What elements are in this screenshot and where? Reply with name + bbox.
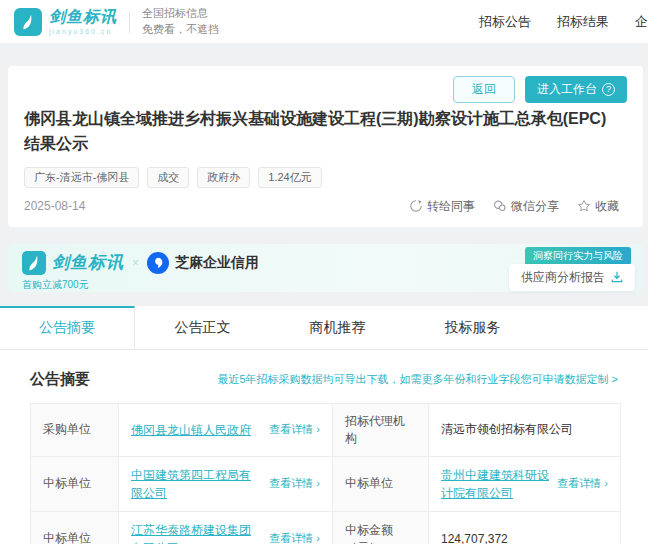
label-winner-3: 中标单位 (31, 511, 119, 544)
award-amount-value: 124,707,372 (441, 532, 508, 544)
winner-1-link[interactable]: 中国建筑第四工程局有限公司 (131, 466, 261, 502)
promo-banner[interactable]: 剑鱼标讯 × 芝麻企业信用 首购立减700元 洞察同行实力与风险 供应商分析报告 (8, 244, 643, 292)
region-tag: 广东-清远市-佛冈县 (24, 167, 139, 188)
chevron-right-icon: › (604, 477, 608, 489)
winner-3-link[interactable]: 江苏华泰路桥建设集团有限公司 (131, 521, 261, 544)
insight-badge[interactable]: 洞察同行实力与风险 (525, 247, 631, 265)
label-purchaser: 采购单位 (31, 403, 119, 456)
purchaser-link[interactable]: 佛冈县龙山镇人民政府 (131, 421, 261, 439)
tag-row: 广东-清远市-佛冈县 成交 政府办 1.24亿元 (24, 167, 627, 188)
jianyu-logo-icon[interactable] (14, 8, 42, 36)
winner-2-link[interactable]: 贵州中建建筑科研设计院有限公司 (441, 466, 549, 502)
supplier-report-button[interactable]: 供应商分析报告 (509, 264, 635, 291)
wechat-icon (493, 199, 507, 213)
fish-swoosh-icon (25, 254, 43, 272)
view-detail-link[interactable]: 查看详情 › (269, 476, 320, 491)
divider (129, 11, 130, 33)
table-row: 中标单位 江苏华泰路桥建设集团有限公司 查看详情 › 中标金额（元） 124,7… (31, 511, 621, 544)
summary-table: 采购单位 佛冈县龙山镇人民政府 查看详情 › 招标代理机构 清远市领创招标有限公… (30, 403, 621, 544)
forward-to-colleague-button[interactable]: 转给同事 (409, 198, 475, 215)
fish-swoosh-icon (19, 13, 37, 31)
download-icon (611, 271, 623, 283)
amount-tag: 1.24亿元 (258, 167, 321, 188)
label-award-amount: 中标金额（元） (333, 511, 429, 544)
brand-domain: jianyu360.cn (49, 28, 117, 35)
spacer (0, 44, 648, 66)
tab-announcement-summary[interactable]: 公告摘要 (0, 306, 135, 349)
publish-date: 2025-08-14 (24, 199, 85, 213)
forward-arrow-icon (409, 199, 423, 213)
summary-heading: 公告摘要 (30, 370, 90, 389)
nav-tender-announcement[interactable]: 招标公告 (479, 13, 531, 31)
tab-business-recommend[interactable]: 商机推荐 (270, 306, 405, 349)
top-nav: 招标公告 招标结果 企 (459, 13, 648, 31)
meta-row: 2025-08-14 转给同事 微信分享 收藏 (24, 198, 627, 215)
nav-tender-result[interactable]: 招标结果 (557, 13, 609, 31)
chevron-right-icon: › (316, 477, 320, 489)
favorite-star-button[interactable]: 收藏 (577, 198, 619, 215)
chevron-right-icon: › (316, 532, 320, 544)
card-buttons: 返回 进入工作台 ? (24, 76, 627, 103)
brand-block[interactable]: 剑鱼标讯 jianyu360.cn (49, 9, 117, 35)
type-tag: 政府办 (197, 167, 250, 188)
view-detail-link[interactable]: 查看详情 › (269, 422, 320, 437)
zhima-partner-label: 芝麻企业信用 (175, 254, 259, 272)
header-slogan: 全国招标信息 免费看，不遮挡 (142, 6, 219, 38)
multiply-icon: × (132, 256, 139, 270)
banner-brand: 剑鱼标讯 (52, 251, 124, 274)
star-icon (577, 199, 591, 213)
brand-name: 剑鱼标讯 (49, 9, 117, 25)
notice-card: 返回 进入工作台 ? 佛冈县龙山镇全域推进乡村振兴基础设施建设工程(三期)勘察设… (8, 66, 643, 227)
table-row: 采购单位 佛冈县龙山镇人民政府 查看详情 › 招标代理机构 清远市领创招标有限公… (31, 403, 621, 456)
agency-value: 清远市领创招标有限公司 (441, 422, 573, 436)
spacer (0, 227, 648, 244)
table-row: 中标单位 中国建筑第四工程局有限公司 查看详情 › 中标单位 贵州中建建筑科研设… (31, 456, 621, 511)
summary-section: 公告摘要 最近5年招标采购数据均可导出下载，如需更多年份和行业字段您可申请数据定… (0, 350, 648, 544)
jianyu-logo-icon-small (22, 251, 46, 275)
view-detail-link[interactable]: 查看详情 › (557, 476, 608, 491)
wechat-share-button[interactable]: 微信分享 (493, 198, 559, 215)
top-header: 剑鱼标讯 jianyu360.cn 全国招标信息 免费看，不遮挡 招标公告 招标… (0, 0, 648, 44)
enter-workspace-button[interactable]: 进入工作台 ? (525, 76, 627, 103)
label-winner-2: 中标单位 (333, 456, 429, 511)
tab-bar: 公告摘要 公告正文 商机推荐 投标服务 (0, 306, 648, 350)
back-button[interactable]: 返回 (453, 76, 515, 103)
label-winner-1: 中标单位 (31, 456, 119, 511)
status-tag: 成交 (147, 167, 189, 188)
chevron-right-icon: › (316, 423, 320, 435)
notice-title: 佛冈县龙山镇全域推进乡村振兴基础设施建设工程(三期)勘察设计施工总承包(EPC)… (24, 107, 627, 157)
tab-announcement-fulltext[interactable]: 公告正文 (135, 306, 270, 349)
action-row: 转给同事 微信分享 收藏 (409, 198, 627, 215)
view-detail-link[interactable]: 查看详情 › (269, 531, 320, 544)
data-export-link[interactable]: 最近5年招标采购数据均可导出下载，如需更多年份和行业字段您可申请数据定制 > (217, 372, 618, 387)
help-question-icon[interactable]: ? (602, 83, 615, 96)
zhima-credit-icon (147, 252, 169, 274)
zhima-bird-icon (151, 256, 165, 270)
summary-header: 公告摘要 最近5年招标采购数据均可导出下载，如需更多年份和行业字段您可申请数据定… (30, 370, 618, 389)
label-agency: 招标代理机构 (333, 403, 429, 456)
nav-clipped-item[interactable]: 企 (635, 13, 648, 31)
tab-bidding-service[interactable]: 投标服务 (405, 306, 540, 349)
